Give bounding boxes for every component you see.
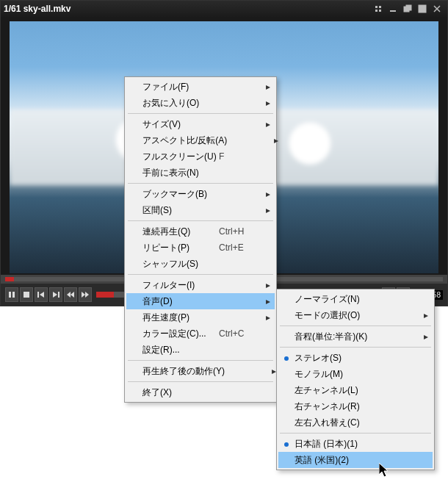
audio-submenu-item[interactable]: 左右入れ替え(C) (278, 414, 433, 431)
audio-submenu-item[interactable]: 左チャンネル(L) (278, 382, 433, 398)
context-menu-item[interactable]: 再生終了後の動作(Y)▸ (126, 363, 275, 379)
sysbtn-a[interactable] (371, 4, 386, 14)
forward-button[interactable] (79, 287, 92, 302)
menu-item-shortcut: F (219, 151, 263, 162)
menu-item-label: お気に入り(O) (142, 97, 219, 109)
context-menu-item[interactable]: リピート(P)Ctrl+E (126, 240, 275, 256)
svg-rect-4 (390, 10, 396, 12)
audio-submenu-item[interactable]: 右チャンネル(R) (278, 398, 433, 414)
svg-marker-18 (85, 292, 89, 298)
menu-item-label: フルスクリーン(U) (142, 151, 219, 163)
context-menu-item[interactable]: お気に入り(O)▸ (126, 95, 275, 111)
context-menu-item[interactable]: ブックマーク(B)▸ (126, 186, 275, 202)
context-menu-item[interactable]: 設定(R)... (126, 342, 275, 358)
context-menu-item[interactable]: サイズ(V)▸ (126, 116, 275, 132)
menu-item-label: モノラル(M) (295, 368, 377, 381)
svg-rect-9 (12, 292, 15, 298)
menu-item-label: 英語 (米国)(2) (295, 454, 377, 467)
chevron-right-icon: ▸ (263, 189, 273, 199)
pause-button[interactable] (5, 287, 18, 302)
svg-rect-2 (375, 10, 377, 12)
menu-item-label: 区間(S) (142, 204, 219, 217)
menu-separator (128, 183, 273, 184)
audio-submenu[interactable]: ノーマライズ(N)モードの選択(O)▸音程(単位:半音)(K)▸ステレオ(S)モ… (276, 289, 435, 470)
next-button[interactable] (49, 287, 62, 302)
menu-separator (128, 360, 273, 361)
svg-marker-17 (82, 292, 85, 298)
restore-button[interactable] (400, 4, 415, 14)
menu-item-shortcut: Ctrl+C (219, 328, 263, 339)
audio-submenu-item[interactable]: 英語 (米国)(2) (278, 452, 433, 468)
titlebar[interactable]: 1/61 sky-all.mkv (1, 1, 447, 17)
menu-item-label: アスペクト比/反転(A) (142, 134, 227, 147)
menu-item-label: サイズ(V) (142, 118, 219, 131)
rewind-button[interactable] (64, 287, 77, 302)
context-menu-item[interactable]: 終了(X) (126, 384, 275, 400)
menu-item-label: ノーマライズ(N) (295, 293, 377, 306)
menu-item-shortcut: Ctrl+E (219, 242, 263, 253)
context-menu-item[interactable]: フィルター(I)▸ (126, 277, 275, 293)
svg-rect-14 (58, 292, 59, 298)
menu-separator (280, 347, 431, 348)
menu-item-label: 日本語 (日本)(1) (295, 438, 377, 450)
menu-separator (128, 113, 273, 114)
context-menu-item[interactable]: シャッフル(S) (126, 256, 275, 272)
menu-item-label: ファイル(F) (142, 81, 219, 93)
svg-marker-15 (67, 292, 71, 298)
context-menu-item[interactable]: 区間(S)▸ (126, 202, 275, 218)
menu-item-label: 左右入れ替え(C) (295, 417, 377, 429)
menu-separator (280, 325, 431, 326)
menu-separator (128, 220, 273, 221)
menu-item-label: 音声(D) (142, 295, 219, 308)
svg-marker-12 (40, 292, 44, 298)
minimize-button[interactable] (386, 4, 400, 14)
menu-separator (128, 274, 273, 275)
svg-rect-3 (379, 10, 381, 12)
context-menu-item[interactable]: 手前に表示(N) (126, 165, 275, 181)
context-menu-item[interactable]: 再生速度(P)▸ (126, 309, 275, 325)
audio-submenu-item[interactable]: モードの選択(O)▸ (278, 307, 433, 323)
chevron-right-icon: ▸ (263, 119, 273, 129)
svg-rect-7 (419, 5, 426, 12)
svg-rect-11 (37, 292, 39, 298)
menu-item-label: シャッフル(S) (142, 258, 219, 270)
stop-button[interactable] (20, 287, 33, 302)
audio-submenu-item[interactable]: 日本語 (日本)(1) (278, 436, 433, 452)
menu-item-label: ステレオ(S) (295, 352, 377, 364)
menu-item-label: 終了(X) (142, 386, 219, 399)
audio-submenu-item[interactable]: ステレオ(S) (278, 350, 433, 366)
menu-separator (128, 381, 273, 382)
context-menu-item[interactable]: カラー設定(C)...Ctrl+C (126, 325, 275, 342)
context-menu-item[interactable]: 連続再生(Q)Ctrl+H (126, 223, 275, 240)
svg-rect-10 (24, 292, 29, 298)
chevron-right-icon: ▸ (263, 98, 273, 108)
svg-rect-1 (379, 6, 381, 8)
context-menu-item[interactable]: 音声(D)▸ (126, 293, 275, 309)
menu-item-label: ブックマーク(B) (142, 188, 219, 201)
menu-item-label: 再生終了後の動作(Y) (142, 365, 225, 378)
close-button[interactable] (430, 4, 444, 14)
prev-button[interactable] (35, 287, 48, 302)
context-menu[interactable]: ファイル(F)▸お気に入り(O)▸サイズ(V)▸アスペクト比/反転(A)▸フルス… (124, 76, 277, 403)
audio-submenu-item[interactable]: ノーマライズ(N) (278, 291, 433, 307)
menu-item-label: 左チャンネル(L) (295, 384, 377, 397)
audio-submenu-item[interactable]: 音程(単位:半音)(K)▸ (278, 328, 433, 345)
chevron-right-icon: ▸ (421, 331, 431, 342)
svg-rect-6 (406, 5, 411, 10)
chevron-right-icon: ▸ (271, 135, 281, 145)
svg-rect-0 (375, 6, 377, 8)
svg-marker-16 (71, 292, 74, 298)
context-menu-item[interactable]: フルスクリーン(U)F (126, 148, 275, 165)
menu-item-label: 連続再生(Q) (142, 226, 219, 238)
menu-item-label: 音程(単位:半音)(K) (295, 331, 377, 343)
chevron-right-icon: ▸ (263, 280, 273, 290)
chevron-right-icon: ▸ (263, 296, 273, 306)
menu-item-label: 右チャンネル(R) (295, 400, 377, 413)
audio-submenu-item[interactable]: モノラル(M) (278, 366, 433, 382)
svg-marker-13 (53, 292, 57, 298)
menu-separator (280, 433, 431, 434)
menu-item-label: カラー設定(C)... (142, 328, 219, 340)
maximize-button[interactable] (415, 4, 430, 14)
context-menu-item[interactable]: ファイル(F)▸ (126, 79, 275, 95)
context-menu-item[interactable]: アスペクト比/反転(A)▸ (126, 132, 275, 148)
